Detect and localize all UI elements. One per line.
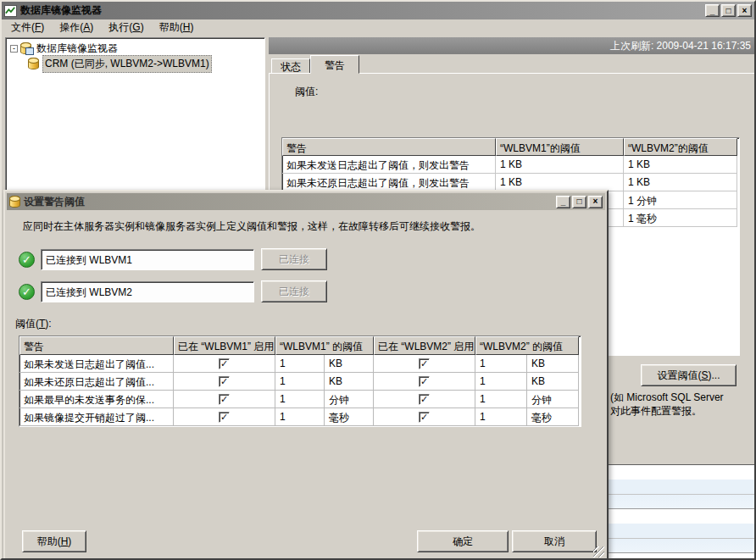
cell-enabled-1: ✓	[174, 408, 275, 426]
enabled-checkbox[interactable]: ✓	[419, 376, 430, 387]
menu-file[interactable]: 文件(F)	[3, 19, 52, 36]
cell-warning: 如果未发送日志超出了阈值...	[19, 355, 174, 373]
col-warning[interactable]: 警告	[19, 336, 174, 355]
connection-status-box-1: 已连接到 WLBVM1	[41, 249, 254, 270]
col-warning[interactable]: 警告	[282, 138, 496, 156]
cancel-button[interactable]: 取消	[512, 530, 597, 552]
tree-root-node[interactable]: - 数据库镜像监视器	[8, 41, 263, 56]
enabled-checkbox[interactable]: ✓	[219, 412, 230, 423]
minimize-icon[interactable]: _	[705, 4, 720, 17]
dialog-description: 应同时在主体服务器实例和镜像服务器实例上定义阈值和警报，这样，在故障转移后可继续…	[23, 219, 596, 234]
dialog-minimize-icon[interactable]: _	[556, 196, 570, 208]
menu-action[interactable]: 操作(A)	[52, 19, 101, 36]
cell-value-2[interactable]: 1	[475, 391, 527, 408]
table-row[interactable]: 如果未发送日志超出了阈值，则发出警告 1 KB 1 KB	[282, 156, 739, 174]
cell-enabled-1: ✓	[174, 373, 275, 391]
cell-warning: 如果镜像提交开销超过了阈...	[19, 408, 174, 426]
cell-warning: 如果未还原日志超出了阈值...	[19, 373, 174, 391]
col-enabled-wlbvm1[interactable]: 已在 “WLBVM1” 启用	[174, 336, 275, 355]
dialog-database-icon	[9, 196, 20, 208]
cell-value-1[interactable]: 1	[275, 391, 325, 408]
cell-value-2[interactable]: 1	[475, 355, 527, 373]
connection-row-2: ✓ 已连接到 WLBVM2 已连接	[19, 280, 327, 303]
col-enabled-wlbvm2[interactable]: 已在 “WLBVM2” 启用	[374, 336, 475, 355]
cell-unit-2: KB	[527, 373, 579, 391]
clipped-help-note-line2: 对此事件配置警报。	[610, 404, 754, 418]
dialog-table-header-row: 警告 已在 “WLBVM1” 启用 “WLBVM1” 的阈值 已在 “WLBVM…	[19, 336, 581, 355]
help-button[interactable]: 帮助(H)	[22, 530, 86, 552]
connection-status-box-2: 已连接到 WLBVM2	[41, 281, 254, 302]
enabled-checkbox[interactable]: ✓	[219, 376, 230, 387]
refresh-bar: 上次刷新: 2009-04-21 16:17:35	[269, 37, 756, 54]
table-row[interactable]: 如果最早的未发送事务的保... ✓ 1 分钟 ✓ 1 分钟	[19, 391, 581, 408]
cell-enabled-2: ✓	[374, 373, 475, 391]
cell-value-1: 1 KB	[496, 156, 624, 174]
cell-warning: 如果未还原日志超出了阈值，则发出警告	[282, 174, 496, 191]
cell-unit-1: KB	[325, 373, 374, 391]
tab-status[interactable]: 状态	[271, 58, 310, 74]
tree-child-node[interactable]: CRM (已同步, WLBVM2->WLBVM1)	[8, 56, 263, 71]
cell-warning: 如果未发送日志超出了阈值，则发出警告	[282, 156, 496, 174]
cell-value-1[interactable]: 1	[275, 355, 325, 373]
set-warning-thresholds-dialog: 设置警告阈值 _ □ × 应同时在主体服务器实例和镜像服务器实例上定义阈值和警报…	[3, 190, 609, 560]
threshold-label: 阈值:	[295, 85, 318, 99]
last-refresh-text: 上次刷新: 2009-04-21 16:17:35	[610, 39, 751, 53]
cell-enabled-2: ✓	[374, 408, 475, 426]
dialog-thresholds-table: 警告 已在 “WLBVM1” 启用 “WLBVM1” 的阈值 已在 “WLBVM…	[19, 335, 581, 427]
app-window: 数据库镜像监视器 _ □ × 文件(F) 操作(A) 执行(G) 帮助(H) -…	[0, 0, 756, 560]
cell-unit-2: 分钟	[527, 391, 579, 408]
table-row[interactable]: 如果未发送日志超出了阈值... ✓ 1 KB ✓ 1 KB	[19, 355, 581, 373]
menu-execute[interactable]: 执行(G)	[101, 19, 151, 36]
enabled-checkbox[interactable]: ✓	[219, 394, 230, 405]
clipped-help-note: (如 Microsoft SQL Server 对此事件配置警报。	[610, 391, 754, 418]
database-icon	[28, 58, 39, 69]
ok-button[interactable]: 确定	[417, 530, 509, 552]
enabled-checkbox[interactable]: ✓	[419, 358, 430, 369]
maximize-icon[interactable]: □	[721, 4, 736, 17]
resize-grip[interactable]	[593, 546, 604, 557]
cell-enabled-2: ✓	[374, 355, 475, 373]
dialog-maximize-icon[interactable]: □	[572, 196, 586, 208]
connected-check-icon: ✓	[19, 252, 35, 268]
close-icon[interactable]: ×	[737, 4, 752, 17]
monitor-database-icon	[20, 42, 31, 54]
table-row[interactable]: 如果未还原日志超出了阈值... ✓ 1 KB ✓ 1 KB	[19, 373, 581, 391]
tree-child-label[interactable]: CRM (已同步, WLBVM2->WLBVM1)	[42, 55, 212, 73]
col-threshold-wlbvm1[interactable]: “WLBVM1” 的阈值	[275, 336, 374, 355]
dialog-close-icon[interactable]: ×	[588, 196, 603, 208]
menu-bar: 文件(F) 操作(A) 执行(G) 帮助(H)	[3, 19, 756, 36]
col-threshold-wlbvm2[interactable]: “WLBVM2” 的阈值	[475, 336, 579, 355]
tab-warnings[interactable]: 警告	[310, 55, 359, 74]
cell-value-1[interactable]: 1	[275, 373, 325, 391]
cell-value-1: 1 KB	[496, 174, 624, 191]
cell-warning: 如果最早的未发送事务的保...	[19, 391, 174, 408]
connect-button-1[interactable]: 已连接	[261, 248, 327, 270]
dialog-title-bar: 设置警告阈值 _ □ ×	[7, 193, 605, 210]
cell-value-2: 1 KB	[624, 174, 737, 191]
col-wlbvm2-threshold[interactable]: “WLBVM2”的阈值	[624, 138, 737, 156]
clipped-help-note-line1: (如 Microsoft SQL Server	[610, 391, 754, 404]
connect-button-2[interactable]: 已连接	[261, 280, 327, 302]
enabled-checkbox[interactable]: ✓	[219, 358, 230, 369]
cell-value-2: 1 毫秒	[624, 209, 737, 227]
enabled-checkbox[interactable]: ✓	[419, 394, 430, 405]
set-thresholds-button[interactable]: 设置阈值(S)...	[641, 364, 737, 386]
connection-row-1: ✓ 已连接到 WLBVM1 已连接	[19, 247, 327, 271]
app-chart-icon	[4, 5, 17, 17]
cell-value-2[interactable]: 1	[475, 408, 527, 426]
cell-value-2[interactable]: 1	[475, 373, 527, 391]
table-row[interactable]: 如果未还原日志超出了阈值，则发出警告 1 KB 1 KB	[282, 174, 739, 191]
table-row[interactable]: 如果镜像提交开销超过了阈... ✓ 1 毫秒 ✓ 1 毫秒	[19, 408, 581, 426]
tree-collapse-icon[interactable]: -	[10, 45, 18, 53]
main-title-bar: 数据库镜像监视器 _ □ ×	[2, 2, 754, 19]
cell-value-1[interactable]: 1	[275, 408, 325, 426]
cell-unit-1: KB	[325, 355, 374, 373]
col-wlbvm1-threshold[interactable]: “WLBVM1”的阈值	[496, 138, 624, 156]
window-title: 数据库镜像监视器	[20, 3, 705, 18]
enabled-checkbox[interactable]: ✓	[419, 412, 430, 423]
menu-help[interactable]: 帮助(H)	[152, 19, 202, 36]
warnings-table-header-row: 警告 “WLBVM1”的阈值 “WLBVM2”的阈值	[282, 138, 739, 156]
cell-enabled-1: ✓	[174, 391, 275, 408]
cell-enabled-2: ✓	[374, 391, 475, 408]
connected-check-icon: ✓	[19, 284, 35, 300]
